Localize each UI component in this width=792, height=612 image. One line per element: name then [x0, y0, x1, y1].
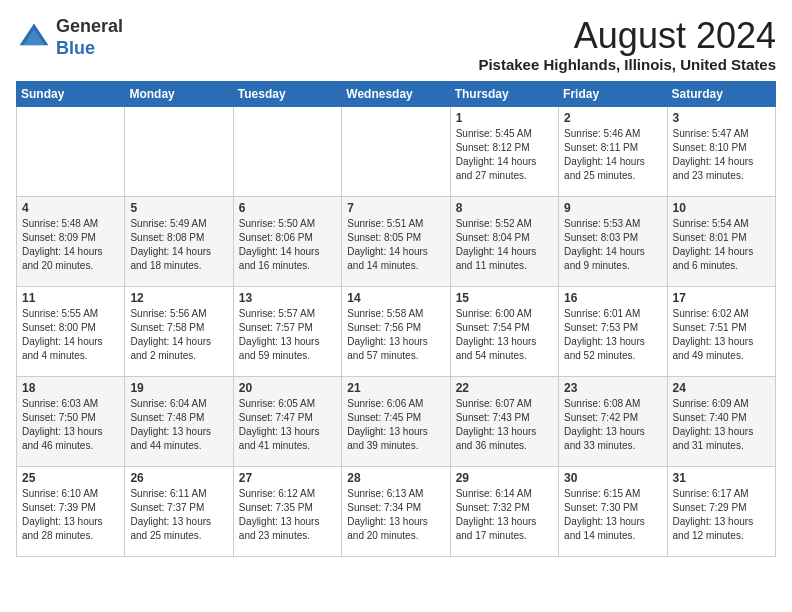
calendar-cell: 5Sunrise: 5:49 AM Sunset: 8:08 PM Daylig… [125, 196, 233, 286]
calendar-table: SundayMondayTuesdayWednesdayThursdayFrid… [16, 81, 776, 557]
calendar-cell: 25Sunrise: 6:10 AM Sunset: 7:39 PM Dayli… [17, 466, 125, 556]
calendar-cell [125, 106, 233, 196]
day-number: 15 [456, 291, 553, 305]
calendar-cell: 28Sunrise: 6:13 AM Sunset: 7:34 PM Dayli… [342, 466, 450, 556]
day-number: 25 [22, 471, 119, 485]
cell-content: Sunrise: 6:11 AM Sunset: 7:37 PM Dayligh… [130, 487, 227, 543]
calendar-week-row: 18Sunrise: 6:03 AM Sunset: 7:50 PM Dayli… [17, 376, 776, 466]
cell-content: Sunrise: 5:46 AM Sunset: 8:11 PM Dayligh… [564, 127, 661, 183]
cell-content: Sunrise: 6:08 AM Sunset: 7:42 PM Dayligh… [564, 397, 661, 453]
calendar-cell: 24Sunrise: 6:09 AM Sunset: 7:40 PM Dayli… [667, 376, 775, 466]
cell-content: Sunrise: 5:54 AM Sunset: 8:01 PM Dayligh… [673, 217, 770, 273]
calendar-cell: 30Sunrise: 6:15 AM Sunset: 7:30 PM Dayli… [559, 466, 667, 556]
cell-content: Sunrise: 5:48 AM Sunset: 8:09 PM Dayligh… [22, 217, 119, 273]
cell-content: Sunrise: 5:52 AM Sunset: 8:04 PM Dayligh… [456, 217, 553, 273]
calendar-cell: 1Sunrise: 5:45 AM Sunset: 8:12 PM Daylig… [450, 106, 558, 196]
cell-content: Sunrise: 5:47 AM Sunset: 8:10 PM Dayligh… [673, 127, 770, 183]
cell-content: Sunrise: 5:50 AM Sunset: 8:06 PM Dayligh… [239, 217, 336, 273]
calendar-cell: 19Sunrise: 6:04 AM Sunset: 7:48 PM Dayli… [125, 376, 233, 466]
weekday-header-saturday: Saturday [667, 81, 775, 106]
cell-content: Sunrise: 6:01 AM Sunset: 7:53 PM Dayligh… [564, 307, 661, 363]
day-number: 20 [239, 381, 336, 395]
cell-content: Sunrise: 5:55 AM Sunset: 8:00 PM Dayligh… [22, 307, 119, 363]
calendar-cell: 29Sunrise: 6:14 AM Sunset: 7:32 PM Dayli… [450, 466, 558, 556]
day-number: 30 [564, 471, 661, 485]
cell-content: Sunrise: 6:04 AM Sunset: 7:48 PM Dayligh… [130, 397, 227, 453]
cell-content: Sunrise: 6:03 AM Sunset: 7:50 PM Dayligh… [22, 397, 119, 453]
cell-content: Sunrise: 5:57 AM Sunset: 7:57 PM Dayligh… [239, 307, 336, 363]
day-number: 13 [239, 291, 336, 305]
day-number: 9 [564, 201, 661, 215]
day-number: 14 [347, 291, 444, 305]
cell-content: Sunrise: 6:12 AM Sunset: 7:35 PM Dayligh… [239, 487, 336, 543]
calendar-cell: 26Sunrise: 6:11 AM Sunset: 7:37 PM Dayli… [125, 466, 233, 556]
day-number: 11 [22, 291, 119, 305]
logo: General Blue [16, 16, 123, 59]
calendar-cell: 9Sunrise: 5:53 AM Sunset: 8:03 PM Daylig… [559, 196, 667, 286]
calendar-subtitle: Pistakee Highlands, Illinois, United Sta… [478, 56, 776, 73]
calendar-cell: 3Sunrise: 5:47 AM Sunset: 8:10 PM Daylig… [667, 106, 775, 196]
calendar-cell: 2Sunrise: 5:46 AM Sunset: 8:11 PM Daylig… [559, 106, 667, 196]
calendar-cell: 23Sunrise: 6:08 AM Sunset: 7:42 PM Dayli… [559, 376, 667, 466]
weekday-header-tuesday: Tuesday [233, 81, 341, 106]
day-number: 6 [239, 201, 336, 215]
day-number: 28 [347, 471, 444, 485]
calendar-cell: 8Sunrise: 5:52 AM Sunset: 8:04 PM Daylig… [450, 196, 558, 286]
day-number: 23 [564, 381, 661, 395]
day-number: 17 [673, 291, 770, 305]
weekday-header-monday: Monday [125, 81, 233, 106]
calendar-week-row: 25Sunrise: 6:10 AM Sunset: 7:39 PM Dayli… [17, 466, 776, 556]
calendar-cell: 21Sunrise: 6:06 AM Sunset: 7:45 PM Dayli… [342, 376, 450, 466]
weekday-header-sunday: Sunday [17, 81, 125, 106]
cell-content: Sunrise: 6:09 AM Sunset: 7:40 PM Dayligh… [673, 397, 770, 453]
day-number: 10 [673, 201, 770, 215]
day-number: 19 [130, 381, 227, 395]
calendar-cell: 17Sunrise: 6:02 AM Sunset: 7:51 PM Dayli… [667, 286, 775, 376]
page-header: General Blue August 2024 Pistakee Highla… [16, 16, 776, 73]
day-number: 22 [456, 381, 553, 395]
cell-content: Sunrise: 6:14 AM Sunset: 7:32 PM Dayligh… [456, 487, 553, 543]
cell-content: Sunrise: 6:17 AM Sunset: 7:29 PM Dayligh… [673, 487, 770, 543]
calendar-cell: 10Sunrise: 5:54 AM Sunset: 8:01 PM Dayli… [667, 196, 775, 286]
day-number: 8 [456, 201, 553, 215]
calendar-cell: 22Sunrise: 6:07 AM Sunset: 7:43 PM Dayli… [450, 376, 558, 466]
calendar-cell [17, 106, 125, 196]
calendar-week-row: 4Sunrise: 5:48 AM Sunset: 8:09 PM Daylig… [17, 196, 776, 286]
calendar-cell [342, 106, 450, 196]
day-number: 27 [239, 471, 336, 485]
day-number: 18 [22, 381, 119, 395]
day-number: 26 [130, 471, 227, 485]
cell-content: Sunrise: 5:45 AM Sunset: 8:12 PM Dayligh… [456, 127, 553, 183]
day-number: 31 [673, 471, 770, 485]
day-number: 3 [673, 111, 770, 125]
weekday-header-wednesday: Wednesday [342, 81, 450, 106]
title-block: August 2024 Pistakee Highlands, Illinois… [478, 16, 776, 73]
calendar-week-row: 11Sunrise: 5:55 AM Sunset: 8:00 PM Dayli… [17, 286, 776, 376]
calendar-cell: 14Sunrise: 5:58 AM Sunset: 7:56 PM Dayli… [342, 286, 450, 376]
cell-content: Sunrise: 6:10 AM Sunset: 7:39 PM Dayligh… [22, 487, 119, 543]
cell-content: Sunrise: 6:05 AM Sunset: 7:47 PM Dayligh… [239, 397, 336, 453]
day-number: 5 [130, 201, 227, 215]
day-number: 1 [456, 111, 553, 125]
cell-content: Sunrise: 5:53 AM Sunset: 8:03 PM Dayligh… [564, 217, 661, 273]
day-number: 7 [347, 201, 444, 215]
calendar-week-row: 1Sunrise: 5:45 AM Sunset: 8:12 PM Daylig… [17, 106, 776, 196]
calendar-cell: 11Sunrise: 5:55 AM Sunset: 8:00 PM Dayli… [17, 286, 125, 376]
calendar-cell: 18Sunrise: 6:03 AM Sunset: 7:50 PM Dayli… [17, 376, 125, 466]
calendar-cell: 4Sunrise: 5:48 AM Sunset: 8:09 PM Daylig… [17, 196, 125, 286]
calendar-cell: 13Sunrise: 5:57 AM Sunset: 7:57 PM Dayli… [233, 286, 341, 376]
logo-icon [16, 20, 52, 56]
cell-content: Sunrise: 5:56 AM Sunset: 7:58 PM Dayligh… [130, 307, 227, 363]
day-number: 12 [130, 291, 227, 305]
day-number: 16 [564, 291, 661, 305]
logo-general-text: General [56, 16, 123, 36]
weekday-header-thursday: Thursday [450, 81, 558, 106]
cell-content: Sunrise: 5:51 AM Sunset: 8:05 PM Dayligh… [347, 217, 444, 273]
calendar-cell: 20Sunrise: 6:05 AM Sunset: 7:47 PM Dayli… [233, 376, 341, 466]
day-number: 24 [673, 381, 770, 395]
calendar-cell: 7Sunrise: 5:51 AM Sunset: 8:05 PM Daylig… [342, 196, 450, 286]
cell-content: Sunrise: 6:15 AM Sunset: 7:30 PM Dayligh… [564, 487, 661, 543]
cell-content: Sunrise: 6:06 AM Sunset: 7:45 PM Dayligh… [347, 397, 444, 453]
cell-content: Sunrise: 5:58 AM Sunset: 7:56 PM Dayligh… [347, 307, 444, 363]
cell-content: Sunrise: 6:07 AM Sunset: 7:43 PM Dayligh… [456, 397, 553, 453]
